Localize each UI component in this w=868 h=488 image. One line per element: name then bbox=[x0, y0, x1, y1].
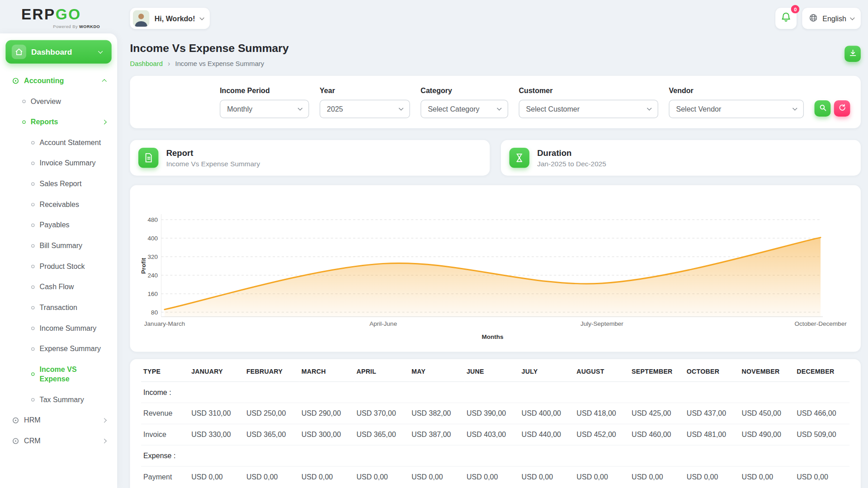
notifications-button[interactable]: 0 bbox=[776, 8, 797, 29]
brand-logo: ERPGO Powered By WORKDO bbox=[0, 0, 117, 33]
year-select[interactable]: 2025 bbox=[320, 99, 410, 118]
greeting-text: Hi, Workdo! bbox=[155, 14, 195, 23]
duration-card: Duration Jan-2025 to Dec-2025 bbox=[501, 140, 861, 176]
svg-text:January-March: January-March bbox=[144, 320, 185, 327]
cell-value: USD 440,00 bbox=[519, 424, 575, 445]
table-section-row: Income : bbox=[141, 382, 849, 403]
download-icon bbox=[849, 49, 856, 59]
bullet-icon bbox=[31, 203, 34, 206]
sidebar-item-reports[interactable]: Reports bbox=[5, 112, 111, 132]
powered-brand-suffix: DO bbox=[93, 24, 100, 29]
sidebar-item-sales-report[interactable]: Sales Report bbox=[5, 174, 111, 194]
cell-value: USD 0,00 bbox=[740, 466, 795, 487]
app-root: ERPGO Powered By WORKDO Dashboard Accoun… bbox=[0, 0, 868, 488]
column-header: NOVEMBER bbox=[740, 360, 795, 382]
sidebar-item-product-stock[interactable]: Product Stock bbox=[5, 256, 111, 277]
cell-value: USD 0,00 bbox=[464, 466, 519, 487]
reset-button[interactable] bbox=[834, 100, 850, 117]
column-header: TYPE bbox=[141, 360, 189, 382]
notification-badge: 0 bbox=[791, 5, 800, 14]
reports-label: Reports bbox=[31, 117, 58, 127]
duration-card-subtitle: Jan-2025 to Dec-2025 bbox=[537, 160, 606, 168]
svg-text:Profit: Profit bbox=[140, 258, 147, 274]
accounting-icon bbox=[12, 77, 19, 84]
sidebar-item-income-summary[interactable]: Income Summary bbox=[5, 318, 111, 338]
cell-value: USD 370,00 bbox=[354, 403, 409, 424]
bullet-icon bbox=[22, 99, 25, 103]
sidebar-item-invoice-summary[interactable]: Invoice Summary bbox=[5, 153, 111, 174]
cell-value: USD 300,00 bbox=[299, 424, 354, 445]
svg-text:160: 160 bbox=[148, 291, 158, 297]
download-button[interactable] bbox=[844, 46, 861, 62]
summary-cards: Report Income Vs Expense Summary Duratio… bbox=[130, 140, 860, 176]
income-period-select[interactable]: Monthly bbox=[220, 99, 309, 118]
refresh-icon bbox=[838, 104, 846, 113]
sidebar-item-payables[interactable]: Payables bbox=[5, 215, 111, 235]
column-header: OCTOBER bbox=[684, 360, 740, 382]
sidebar-item-label: Product Stock bbox=[40, 262, 85, 271]
cell-value: USD 0,00 bbox=[574, 466, 629, 487]
sidebar-item-dashboard[interactable]: Dashboard bbox=[5, 40, 111, 64]
avatar bbox=[133, 10, 150, 27]
svg-text:480: 480 bbox=[148, 216, 158, 223]
cell-value: USD 390,00 bbox=[464, 403, 519, 424]
bullet-icon bbox=[31, 398, 34, 401]
cell-value: USD 452,00 bbox=[574, 424, 629, 445]
sidebar-item-label: Account Statement bbox=[40, 138, 101, 147]
section-label: Income : bbox=[141, 382, 849, 403]
bullet-icon bbox=[31, 264, 34, 267]
sidebar-item-accounting[interactable]: Accounting bbox=[5, 70, 111, 91]
brand-go: GO bbox=[56, 6, 81, 23]
accounting-label: Accounting bbox=[24, 76, 64, 85]
cell-value: USD 365,00 bbox=[354, 424, 409, 445]
cell-value: USD 330,00 bbox=[189, 424, 244, 445]
chevron-down-icon bbox=[647, 106, 651, 110]
sidebar-item-bill-summary[interactable]: Bill Summary bbox=[5, 235, 111, 256]
cell-value: USD 490,00 bbox=[740, 424, 795, 445]
bullet-icon bbox=[31, 326, 34, 329]
sidebar-item-receivables[interactable]: Receivables bbox=[5, 194, 111, 215]
svg-text:October-December: October-December bbox=[794, 320, 847, 327]
sidebar-item-expense-summary[interactable]: Expense Summary bbox=[5, 338, 111, 359]
sidebar-item-crm[interactable]: CRM bbox=[5, 431, 111, 451]
cell-value: USD 310,00 bbox=[189, 403, 244, 424]
brand-erp: ERP bbox=[21, 6, 56, 23]
sidebar-item-cash-flow[interactable]: Cash Flow bbox=[5, 277, 111, 297]
chevron-down-icon bbox=[850, 15, 854, 20]
customer-select[interactable]: Select Customer bbox=[519, 99, 658, 118]
cell-value: USD 382,00 bbox=[409, 403, 464, 424]
sidebar-item-overview[interactable]: Overview bbox=[5, 91, 111, 112]
column-header: FEBRUARY bbox=[244, 360, 299, 382]
cell-value: USD 437,00 bbox=[684, 403, 740, 424]
vendor-select[interactable]: Select Vendor bbox=[669, 99, 804, 118]
sidebar-item-income-vs-expense[interactable]: Income VS Expense bbox=[5, 359, 111, 389]
column-header: APRIL bbox=[354, 360, 409, 382]
sidebar-item-account-statement[interactable]: Account Statement bbox=[5, 132, 111, 153]
user-menu[interactable]: Hi, Workdo! bbox=[130, 8, 209, 29]
breadcrumb-dashboard-link[interactable]: Dashboard bbox=[130, 60, 162, 67]
search-button[interactable] bbox=[814, 100, 830, 117]
language-selector[interactable]: English bbox=[802, 8, 861, 29]
sidebar-item-hrm[interactable]: HRM bbox=[5, 410, 111, 431]
sidebar-item-transaction[interactable]: Transaction bbox=[5, 297, 111, 318]
hourglass-icon bbox=[509, 148, 529, 168]
sidebar-panel: Dashboard Accounting Overview Reports bbox=[0, 33, 117, 488]
chevron-up-icon bbox=[102, 79, 107, 84]
bullet-icon bbox=[31, 182, 34, 185]
category-select[interactable]: Select Category bbox=[420, 99, 508, 118]
cell-value: USD 387,00 bbox=[409, 424, 464, 445]
bullet-icon bbox=[31, 141, 34, 144]
brand-name: ERPGO bbox=[21, 7, 117, 22]
bullet-icon bbox=[31, 223, 34, 226]
sidebar-item-label: Bill Summary bbox=[40, 241, 82, 250]
bullet-icon bbox=[31, 347, 34, 350]
chevron-down-icon bbox=[793, 106, 797, 110]
svg-text:Months: Months bbox=[481, 333, 503, 340]
topbar-right: 0 English bbox=[776, 8, 861, 29]
profit-chart-card: 48040032024016080January-MarchApril-June… bbox=[130, 185, 860, 352]
svg-text:400: 400 bbox=[148, 235, 158, 242]
breadcrumb-separator-icon: › bbox=[168, 61, 170, 66]
sidebar-item-tax-summary[interactable]: Tax Summary bbox=[5, 389, 111, 410]
language-label: English bbox=[822, 14, 846, 23]
income-period-value: Monthly bbox=[227, 104, 252, 113]
